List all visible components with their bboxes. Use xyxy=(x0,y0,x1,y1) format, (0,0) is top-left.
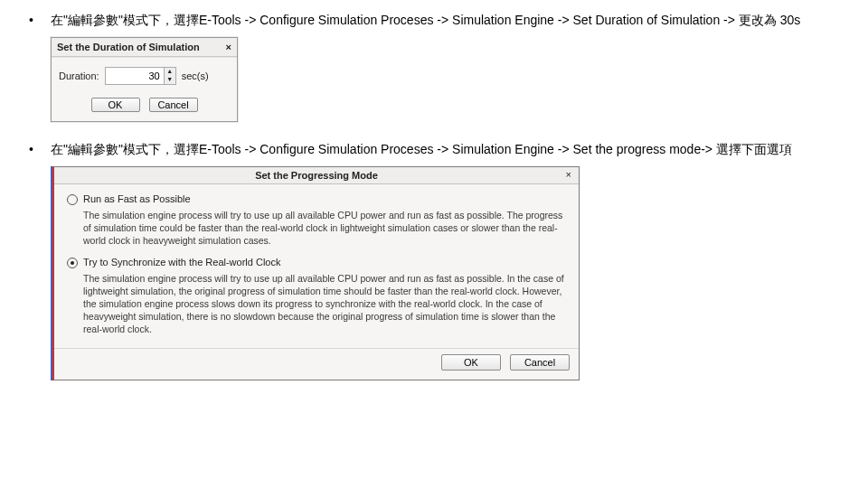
spinner-buttons[interactable]: ▲ ▼ xyxy=(164,68,175,84)
spinner-up-icon[interactable]: ▲ xyxy=(165,68,175,76)
duration-label: Duration: xyxy=(59,70,99,81)
radio-run-fast[interactable] xyxy=(67,194,78,205)
set-progress-mode-dialog: Set the Progressing Mode × Run as Fast a… xyxy=(52,166,580,380)
close-icon[interactable]: × xyxy=(226,42,231,52)
spinner-down-icon[interactable]: ▼ xyxy=(165,76,175,84)
bullet-item-1: 在"編輯參數"模式下，選擇E-Tools -> Configure Simula… xyxy=(25,11,843,30)
set-duration-title: Set the Duration of Simulation xyxy=(57,42,200,52)
cancel-button[interactable]: Cancel xyxy=(510,354,570,371)
bullet-list: 在"編輯參數"模式下，選擇E-Tools -> Configure Simula… xyxy=(25,11,843,30)
cancel-button[interactable]: Cancel xyxy=(149,98,198,112)
duration-unit: sec(s) xyxy=(182,70,209,81)
ok-button[interactable]: OK xyxy=(91,98,140,112)
option-sync-clock-label: Try to Synchronize with the Real-world C… xyxy=(83,257,280,267)
ok-button[interactable]: OK xyxy=(441,354,501,371)
figure-progress-dialog: Set the Progressing Mode × Run as Fast a… xyxy=(51,166,843,380)
close-icon[interactable]: × xyxy=(566,169,571,180)
option-sync-clock-head[interactable]: Try to Synchronize with the Real-world C… xyxy=(67,257,566,268)
option-run-fast-head[interactable]: Run as Fast as Possible xyxy=(67,193,566,205)
radio-sync-clock[interactable] xyxy=(67,258,78,268)
option-run-fast-desc: The simulation engine process will try t… xyxy=(83,209,566,248)
bullet-item-2: 在"編輯參數"模式下，選擇E-Tools -> Configure Simula… xyxy=(25,140,843,159)
option-sync-clock-desc: The simulation engine process will try t… xyxy=(83,272,566,336)
set-duration-titlebar: Set the Duration of Simulation × xyxy=(52,38,237,57)
option-run-fast[interactable]: Run as Fast as Possible The simulation e… xyxy=(67,193,566,248)
set-progress-buttons: OK Cancel xyxy=(54,348,579,380)
set-progress-title: Set the Progressing Mode xyxy=(255,170,378,181)
duration-input[interactable] xyxy=(106,68,164,84)
set-progress-titlebar: Set the Progressing Mode × xyxy=(54,167,579,184)
bullet-list-2: 在"編輯參數"模式下，選擇E-Tools -> Configure Simula… xyxy=(25,140,843,159)
set-duration-dialog: Set the Duration of Simulation × Duratio… xyxy=(51,37,238,122)
set-duration-buttons: OK Cancel xyxy=(52,92,237,121)
page: 在"編輯參數"模式下，選擇E-Tools -> Configure Simula… xyxy=(0,0,868,409)
set-progress-body: Run as Fast as Possible The simulation e… xyxy=(54,184,579,348)
duration-spinner[interactable]: ▲ ▼ xyxy=(105,67,176,85)
figure-duration-dialog: Set the Duration of Simulation × Duratio… xyxy=(51,37,843,122)
set-duration-body: Duration: ▲ ▼ sec(s) xyxy=(52,57,237,92)
option-sync-clock[interactable]: Try to Synchronize with the Real-world C… xyxy=(67,257,566,336)
option-run-fast-label: Run as Fast as Possible xyxy=(83,193,191,204)
